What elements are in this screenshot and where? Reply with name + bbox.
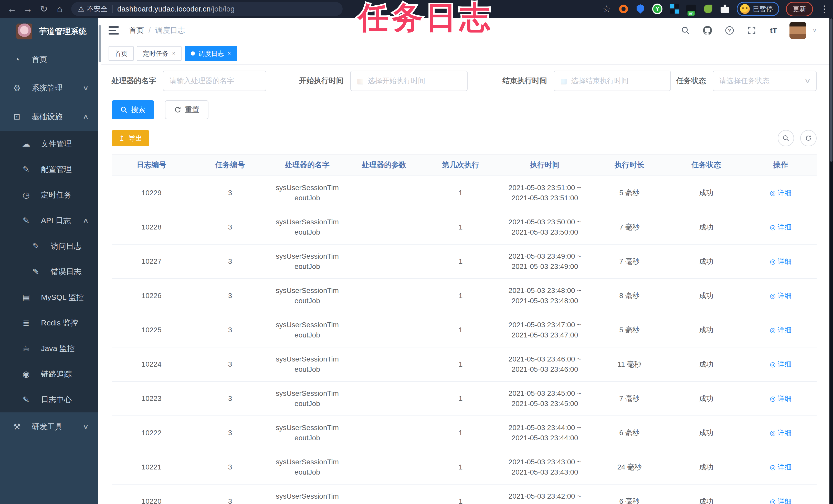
sidebar-item-系统管理[interactable]: ⚙系统管理∨ <box>0 74 101 102</box>
cell-duration: 7 毫秒 <box>591 394 668 404</box>
sidebar-item-首页[interactable]: ◔首页 <box>0 45 101 74</box>
sidebar-item-错误日志[interactable]: ✎错误日志 <box>0 259 101 284</box>
browser-menu-icon[interactable]: ⋮ <box>820 4 829 14</box>
active-dot-icon <box>191 51 195 55</box>
extension-on-icon[interactable]: on <box>686 4 696 14</box>
cell-duration: 8 毫秒 <box>591 291 668 301</box>
end-time-input[interactable] <box>571 77 664 85</box>
browser-home-icon[interactable]: ⌂ <box>52 4 68 14</box>
cell-exec-index: 1 <box>423 394 499 404</box>
start-time-input[interactable] <box>368 77 461 85</box>
sidebar-item-配置管理[interactable]: ✎配置管理 <box>0 157 101 182</box>
detail-link[interactable]: ◎详细 <box>770 222 791 232</box>
java-icon: ☕ <box>21 344 32 353</box>
sidebar-item-label: 文件管理 <box>41 138 72 149</box>
sidebar-item-Java 监控[interactable]: ☕Java 监控 <box>0 336 101 361</box>
sidebar-item-研发工具[interactable]: ⚒研发工具∨ <box>0 412 101 441</box>
fullscreen-icon[interactable] <box>745 24 758 36</box>
toggle-search-button[interactable] <box>778 130 794 146</box>
sidebar-scrollbar[interactable] <box>98 18 101 504</box>
detail-link[interactable]: ◎详细 <box>770 325 791 335</box>
sidebar-item-Redis 监控[interactable]: ≣Redis 监控 <box>0 310 101 336</box>
close-icon[interactable]: × <box>228 50 231 57</box>
mysql-icon: ▤ <box>21 293 32 302</box>
cell-log-id: 10221 <box>112 462 191 472</box>
font-size-icon[interactable]: tT <box>767 24 780 36</box>
detail-link[interactable]: ◎详细 <box>770 428 791 438</box>
tab-调度日志[interactable]: 调度日志× <box>185 46 237 61</box>
window-scrollbar[interactable] <box>829 18 833 504</box>
user-menu-caret-icon[interactable]: ∨ <box>812 27 817 34</box>
access-log-icon: ✎ <box>30 241 42 251</box>
search-icon[interactable] <box>680 24 692 36</box>
sidebar-item-API 日志[interactable]: ✎API 日志∧ <box>0 208 101 233</box>
gear-icon: ⚙ <box>11 83 23 93</box>
detail-link[interactable]: ◎详细 <box>770 496 791 504</box>
detail-label: 详细 <box>778 359 791 370</box>
sidebar-item-访问日志[interactable]: ✎访问日志 <box>0 233 101 259</box>
detail-link[interactable]: ◎详细 <box>770 394 791 404</box>
detail-link[interactable]: ◎详细 <box>770 256 791 267</box>
sidebar-item-日志中心[interactable]: ✎日志中心 <box>0 387 101 412</box>
chevron-up-icon: ∧ <box>83 113 89 120</box>
table-row: 102293sysUserSessionTimeoutJob12021-05-0… <box>112 176 817 210</box>
reset-button[interactable]: 重置 <box>165 100 209 119</box>
browser-reload-icon[interactable]: ↻ <box>36 4 52 14</box>
github-icon[interactable] <box>701 24 714 36</box>
log-table-body: 102293sysUserSessionTimeoutJob12021-05-0… <box>112 176 817 504</box>
sidebar-item-文件管理[interactable]: ☁文件管理 <box>0 131 101 157</box>
detail-link[interactable]: ◎详细 <box>770 291 791 301</box>
sidebar-item-链路追踪[interactable]: ◉链路追踪 <box>0 361 101 387</box>
cell-log-id: 10225 <box>112 325 191 335</box>
sidebar-item-label: 错误日志 <box>51 267 81 277</box>
help-icon[interactable]: ? <box>723 24 736 36</box>
sidebar-toggle-icon[interactable] <box>109 25 120 35</box>
detail-link[interactable]: ◎详细 <box>770 462 791 472</box>
handler-name-input[interactable] <box>169 77 260 85</box>
detail-link[interactable]: ◎详细 <box>770 359 791 370</box>
search-button[interactable]: 搜索 <box>112 100 154 119</box>
bookmark-star-icon[interactable]: ☆ <box>601 4 612 14</box>
profile-paused-pill[interactable]: 已暂停 <box>737 2 779 16</box>
column-header: 任务状态 <box>668 160 745 170</box>
browser-back-icon[interactable]: ← <box>4 4 20 14</box>
cloud-upload-icon: ☁ <box>21 139 32 149</box>
browser-forward-icon[interactable]: → <box>20 4 36 14</box>
extension-puzzle-icon[interactable] <box>720 4 730 14</box>
cell-log-id: 10223 <box>112 394 191 404</box>
user-avatar[interactable] <box>789 22 806 39</box>
log-table: 日志编号任务编号处理器的名字处理器的参数第几次执行执行时间执行时长任务状态操作 … <box>112 154 817 504</box>
extension-grid-icon[interactable] <box>669 4 680 14</box>
tab-首页[interactable]: 首页 <box>109 46 134 61</box>
job-status-select[interactable]: 请选择任务状态 ∨ <box>713 71 817 91</box>
window-scrollbar-thumb[interactable] <box>830 19 832 162</box>
sidebar-logo-row[interactable]: 芋道管理系统 <box>0 18 101 45</box>
extension-orange-icon[interactable] <box>618 4 629 14</box>
log-table-header: 日志编号任务编号处理器的名字处理器的参数第几次执行执行时间执行时长任务状态操作 <box>112 154 817 176</box>
extension-shield-icon[interactable] <box>635 4 646 14</box>
cell-handler-name: sysUserSessionTimeoutJob <box>269 183 346 203</box>
address-bar[interactable]: ⚠ 不安全 dashboard.yudao.iocoder.cn /job/lo… <box>71 2 342 16</box>
sidebar-item-定时任务[interactable]: ◷定时任务 <box>0 182 101 208</box>
close-icon[interactable]: × <box>172 50 175 57</box>
sidebar-menu: ◔首页⚙系统管理∨⊡基础设施∧☁文件管理✎配置管理◷定时任务✎API 日志∧✎访… <box>0 45 101 441</box>
cell-exec-time: 2021-05-03 23:43:00 ~2021-05-03 23:43:00 <box>499 457 591 477</box>
tab-定时任务[interactable]: 定时任务× <box>137 46 182 61</box>
sidebar-item-基础设施[interactable]: ⊡基础设施∧ <box>0 102 101 131</box>
browser-update-button[interactable]: 更新 <box>786 2 813 16</box>
detail-label: 详细 <box>778 291 791 301</box>
cell-handler-name: sysUserSessionTimeoutJob <box>269 320 346 340</box>
detail-link[interactable]: ◎详细 <box>770 188 791 198</box>
extension-leaf-icon[interactable] <box>703 4 713 14</box>
breadcrumb-home[interactable]: 首页 <box>129 25 144 35</box>
extension-y-icon[interactable]: Y <box>652 4 663 14</box>
refresh-table-button[interactable] <box>800 130 817 146</box>
sidebar-item-MySQL 监控[interactable]: ▤MySQL 监控 <box>0 284 101 310</box>
export-button[interactable]: ↥ 导出 <box>112 130 149 146</box>
detail-label: 详细 <box>778 496 791 504</box>
eye-icon: ◎ <box>770 222 776 232</box>
cell-actions: ◎详细 <box>745 325 817 335</box>
cell-log-id: 10228 <box>112 222 191 232</box>
sidebar-scrollbar-thumb[interactable] <box>99 25 101 62</box>
cell-duration: 11 毫秒 <box>591 359 668 370</box>
